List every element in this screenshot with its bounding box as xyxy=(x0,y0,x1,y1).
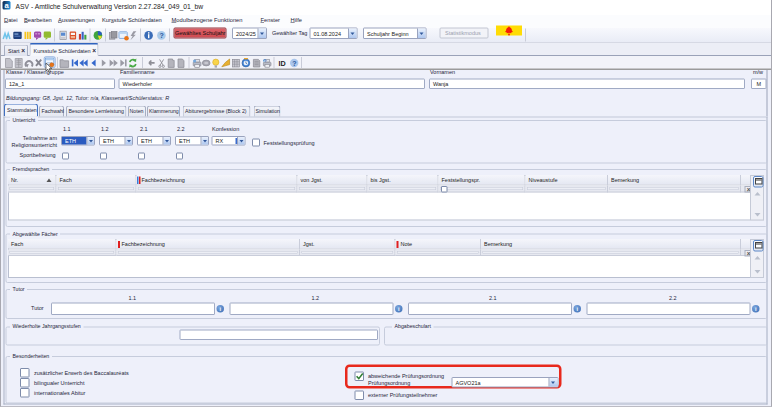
svg-text:ID: ID xyxy=(279,59,286,68)
svg-text:z: z xyxy=(264,59,266,63)
svg-text:?: ? xyxy=(159,32,163,39)
svg-text:?: ? xyxy=(292,60,296,67)
